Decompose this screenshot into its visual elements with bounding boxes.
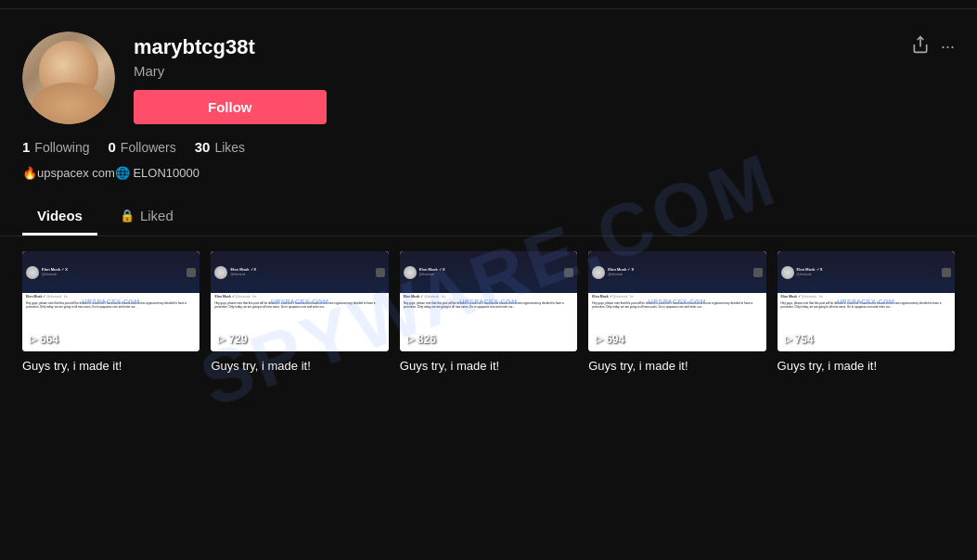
followers-stat[interactable]: 0 Followers — [108, 139, 175, 155]
more-icon[interactable]: ··· — [941, 37, 955, 57]
top-nav — [0, 0, 977, 9]
videos-tab-label: Videos — [37, 208, 83, 223]
following-count: 1 — [22, 139, 30, 155]
video-watermark: UPSPACEX.COM — [649, 298, 706, 304]
video-thumbnail: Elon Musk ✓ X @elonmusk Elon Musk ✓ @elo… — [400, 251, 577, 351]
view-count: ▷ 664 — [30, 333, 58, 346]
profile-actions: ··· — [911, 32, 955, 58]
display-name: Mary — [134, 63, 893, 79]
video-title: Guys try, i made it! — [588, 359, 765, 375]
video-watermark: UPSPACEX.COM — [271, 298, 328, 304]
lock-icon: 🔒 — [120, 209, 135, 223]
following-stat[interactable]: 1 Following — [22, 139, 89, 155]
likes-label: Likes — [214, 140, 245, 155]
video-title: Guys try, i made it! — [211, 359, 388, 375]
following-label: Following — [34, 140, 89, 155]
username: marybtcg38t — [134, 35, 893, 59]
video-card[interactable]: Elon Musk ✓ X @elonmusk Elon Musk ✓ @elo… — [211, 251, 388, 375]
tab-videos[interactable]: Videos — [22, 198, 97, 235]
likes-stat[interactable]: 30 Likes — [195, 139, 245, 155]
avatar — [22, 32, 115, 124]
video-card[interactable]: Elon Musk ✓ X @elonmusk Elon Musk ✓ @elo… — [588, 251, 765, 375]
follow-button[interactable]: Follow — [134, 90, 327, 124]
view-count: ▷ 694 — [596, 333, 624, 346]
video-watermark: UPSPACEX.COM — [837, 298, 894, 304]
video-thumbnail: Elon Musk ✓ X @elonmusk Elon Musk ✓ @elo… — [588, 251, 765, 351]
video-thumbnail: Elon Musk ✓ X @elonmusk Elon Musk ✓ @elo… — [211, 251, 388, 351]
video-title: Guys try, i made it! — [22, 359, 199, 375]
profile-bio: 🔥upspacex com🌐 ELON10000 — [22, 166, 955, 180]
profile-info: marybtcg38t Mary Follow — [134, 32, 893, 124]
tabs-section: Videos 🔒 Liked — [0, 198, 977, 236]
view-count: ▷ 826 — [407, 333, 436, 346]
video-thumbnail: Elon Musk ✓ X @elonmusk Elon Musk ✓ @elo… — [22, 251, 199, 351]
tab-liked[interactable]: 🔒 Liked — [105, 198, 188, 235]
liked-tab-label: Liked — [140, 208, 174, 223]
likes-count: 30 — [195, 139, 211, 155]
video-title: Guys try, i made it! — [778, 359, 955, 375]
profile-stats: 1 Following 0 Followers 30 Likes — [22, 139, 955, 155]
profile-section: marybtcg38t Mary Follow ··· 1 Following … — [0, 9, 977, 198]
video-thumbnail: Elon Musk ✓ X @elonmusk Elon Musk ✓ @elo… — [778, 251, 955, 351]
video-title: Guys try, i made it! — [400, 359, 577, 375]
video-card[interactable]: Elon Musk ✓ X @elonmusk Elon Musk ✓ @elo… — [400, 251, 577, 375]
share-icon[interactable] — [911, 35, 930, 58]
followers-count: 0 — [108, 139, 115, 155]
videos-grid: Elon Musk ✓ X @elonmusk Elon Musk ✓ @elo… — [0, 236, 977, 389]
video-watermark: UPSPACEX.COM — [459, 298, 517, 304]
followers-label: Followers — [121, 140, 176, 155]
video-card[interactable]: Elon Musk ✓ X @elonmusk Elon Musk ✓ @elo… — [22, 251, 199, 375]
view-count: ▷ 754 — [785, 333, 814, 346]
view-count: ▷ 729 — [218, 333, 247, 346]
video-watermark: UPSPACEX.COM — [83, 298, 140, 304]
video-card[interactable]: Elon Musk ✓ X @elonmusk Elon Musk ✓ @elo… — [778, 251, 955, 375]
